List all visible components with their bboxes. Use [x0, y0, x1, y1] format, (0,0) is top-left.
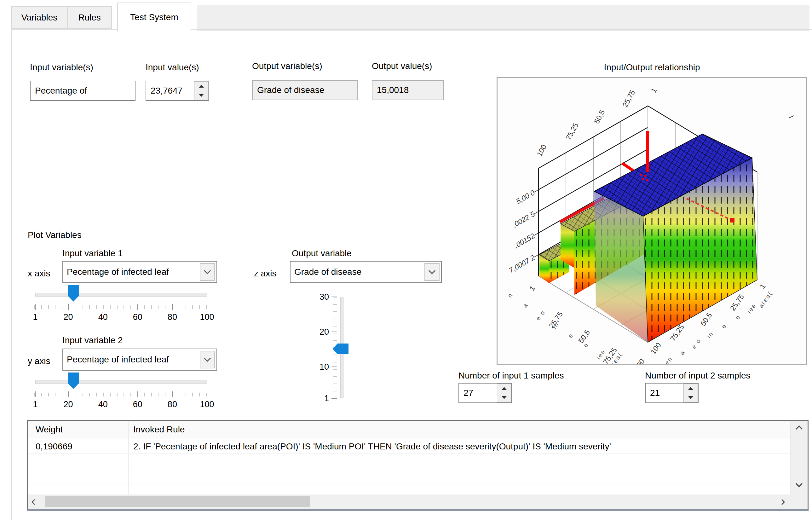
plot-variables-heading: Plot Variables — [28, 230, 82, 240]
x-axis-dropdown[interactable]: Pecentage of infected leaf — [62, 261, 217, 283]
input-value-label: Input value(s) — [146, 62, 199, 73]
z-axis-dropdown-value: Grade of disease — [294, 267, 361, 277]
major-tick — [332, 296, 337, 297]
major-tick — [207, 304, 207, 310]
spin-down-button[interactable] — [497, 393, 512, 403]
major-tick — [137, 304, 138, 310]
svg-text:25,75: 25,75 — [621, 88, 636, 108]
horizontal-scrollbar[interactable] — [28, 494, 808, 509]
svg-text:e: e — [734, 314, 742, 321]
input1-samples-spinner[interactable]: 27 — [459, 383, 512, 403]
major-tick — [35, 391, 35, 397]
tab-variables[interactable]: Variables — [11, 6, 68, 29]
tab-test-system-label: Test System — [130, 12, 178, 22]
y-slider-track[interactable] — [35, 380, 207, 384]
svg-text:area(: area( — [758, 290, 774, 309]
scale-label: 80 — [167, 399, 177, 409]
x-slider-thumb[interactable] — [68, 285, 79, 302]
z-axis-slider[interactable]: 3020101 — [312, 290, 356, 413]
x-axis-dropdown-button[interactable] — [200, 263, 215, 281]
scale-label: 1 — [33, 312, 37, 322]
x-slider-track[interactable] — [35, 293, 207, 296]
x-axis-slider[interactable]: 120406080100 — [35, 285, 212, 326]
x-axis-label: x axis — [28, 268, 50, 279]
output-value-text: 15,0018 — [377, 85, 409, 95]
major-tick — [332, 398, 337, 399]
y-slider-ticks — [34, 393, 208, 396]
column-divider — [128, 421, 129, 494]
row-divider — [28, 469, 790, 469]
surface-plot-canvas: 10075,2550,525,751 5,00 0,0022 5,001527,… — [498, 78, 806, 364]
svg-text:50,5: 50,5 — [593, 109, 606, 125]
scale-label: 80 — [167, 312, 177, 322]
spin-up-button[interactable] — [194, 81, 209, 91]
rule-weight-cell: 0,190669 — [35, 442, 73, 451]
svg-text:,0022 5: ,0022 5 — [511, 210, 536, 229]
scale-label: 10 — [319, 362, 329, 372]
output-variable-value: Grade of disease — [257, 85, 324, 95]
output-value-label: Output value(s) — [372, 61, 432, 71]
svg-text:1: 1 — [527, 284, 536, 292]
svg-text:in: in — [706, 330, 715, 339]
svg-text:n: n — [506, 291, 514, 299]
major-tick — [172, 391, 173, 397]
svg-text:1: 1 — [758, 282, 767, 290]
spinner-buttons — [194, 81, 209, 100]
scroll-left-icon[interactable] — [31, 499, 36, 505]
up-arrow-icon — [688, 387, 693, 390]
svg-text:a: a — [678, 349, 686, 356]
input-value-spinner[interactable]: 23,7647 — [146, 81, 209, 101]
plot-title: Input/Output relationship — [497, 62, 807, 73]
y-slider-thumb[interactable] — [68, 372, 79, 389]
scale-label: 100 — [200, 399, 214, 409]
tab-rules[interactable]: Rules — [67, 6, 112, 29]
input-variable-field[interactable]: Pecentage of — [30, 81, 135, 101]
svg-text:100: 100 — [535, 143, 548, 158]
chevron-down-icon — [203, 357, 211, 362]
svg-text:75,25: 75,25 — [564, 121, 580, 141]
scale-label: 40 — [98, 399, 108, 409]
z-axis-dropdown[interactable]: Grade of disease — [290, 261, 442, 283]
rule-text-cell: 2. IF 'Pecentage of infected leaf area(P… — [133, 442, 611, 451]
spin-down-button[interactable] — [194, 91, 209, 101]
x-slider-ticks — [34, 305, 208, 309]
major-tick — [103, 304, 103, 310]
input2-samples-spinner[interactable]: 21 — [645, 383, 699, 403]
scroll-up-icon[interactable] — [795, 425, 803, 430]
scale-label: 1 — [33, 399, 37, 409]
horizontal-scrollbar-thumb[interactable] — [45, 496, 310, 507]
svg-text:e o: e o — [690, 337, 702, 350]
scale-label: 20 — [319, 327, 329, 337]
svg-text:en: en — [663, 355, 674, 364]
tab-variables-label: Variables — [21, 12, 58, 23]
output-variable-field: Grade of disease — [252, 80, 358, 100]
major-tick — [137, 391, 138, 397]
scroll-right-icon[interactable] — [781, 499, 786, 505]
input2-samples-value: 21 — [650, 388, 660, 398]
y-axis-dropdown-button[interactable] — [200, 351, 215, 368]
y-axis-slider[interactable]: 120406080100 — [35, 372, 212, 413]
spinner-buttons — [497, 384, 512, 402]
major-tick — [103, 391, 103, 397]
scroll-down-icon[interactable] — [795, 483, 803, 488]
z-axis-label: z axis — [254, 268, 277, 279]
table-header: Weight Invoked Rule — [28, 421, 808, 438]
svg-text:e: e — [720, 322, 728, 330]
spin-up-button[interactable] — [497, 384, 512, 393]
svg-text:25,75: 25,75 — [729, 293, 745, 312]
vertical-scrollbar[interactable] — [790, 421, 808, 494]
scale-label: 20 — [64, 399, 73, 409]
svg-text:e o: e o — [535, 309, 547, 322]
major-tick — [35, 304, 35, 310]
up-arrow-icon — [502, 387, 507, 390]
spin-down-button[interactable] — [683, 393, 698, 403]
z-axis-dropdown-button[interactable] — [424, 263, 440, 281]
y-axis-dropdown[interactable]: Pecentage of infected leaf — [62, 348, 217, 371]
scale-label: 100 — [200, 312, 214, 322]
down-arrow-icon — [502, 396, 507, 399]
input-variable-2-label: Input variable 2 — [62, 335, 123, 345]
tab-test-system[interactable]: Test System — [117, 2, 191, 31]
svg-text:7,0007 2: 7,0007 2 — [507, 253, 536, 275]
spin-up-button[interactable] — [683, 384, 698, 393]
svg-text:1: 1 — [649, 87, 658, 94]
